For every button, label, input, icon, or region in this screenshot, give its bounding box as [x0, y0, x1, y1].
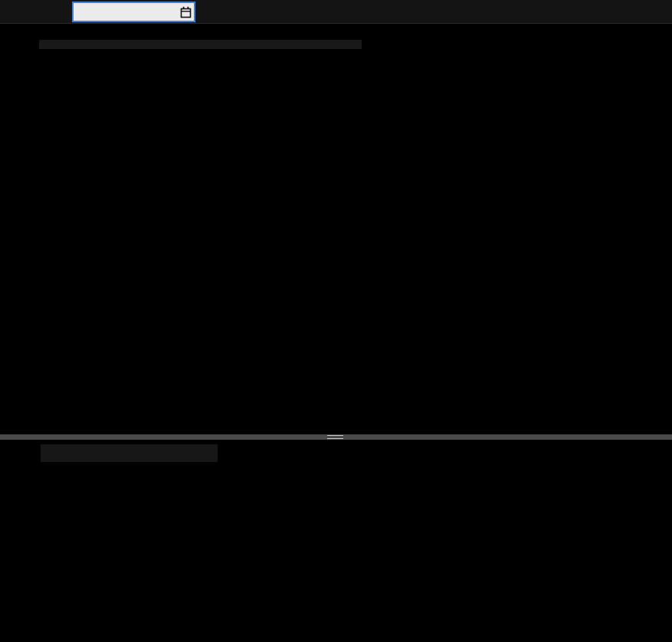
toolbar: [0, 0, 672, 24]
sovereign-curve-chart[interactable]: [0, 24, 672, 434]
splitter-handle-icon[interactable]: [327, 435, 343, 439]
change-legend: [41, 444, 218, 462]
panel-splitter[interactable]: [0, 434, 672, 440]
curve-legend: [39, 40, 362, 49]
terminal-screen: [0, 0, 672, 642]
change-legend-title: [45, 447, 213, 458]
calendar-icon[interactable]: [180, 6, 192, 18]
change-bar-chart[interactable]: [0, 440, 672, 642]
date-input[interactable]: [72, 2, 195, 22]
